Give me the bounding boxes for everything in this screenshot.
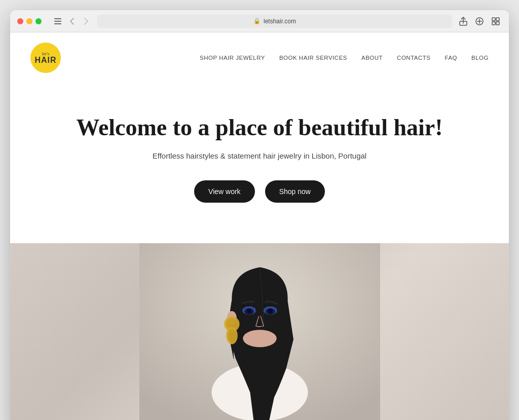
new-tab-icon[interactable] (473, 15, 486, 27)
nav-blog[interactable]: BLOG (471, 55, 489, 61)
browser-window: 🔒 letshair.com (10, 10, 509, 420)
shop-now-button[interactable]: Shop now (265, 180, 325, 203)
nav-about[interactable]: ABOUT (361, 55, 383, 61)
share-icon[interactable] (457, 15, 469, 27)
maximize-button[interactable] (35, 18, 42, 24)
browser-actions (457, 15, 502, 27)
svg-rect-5 (492, 18, 495, 21)
hero-title: Welcome to a place of beautiful hair! (57, 113, 462, 141)
nav-contacts[interactable]: CONTACTS (397, 55, 430, 61)
back-button[interactable] (66, 15, 78, 27)
view-work-button[interactable]: View work (194, 180, 255, 203)
browser-chrome: 🔒 letshair.com (10, 10, 509, 32)
hero-section: Welcome to a place of beautiful hair! Ef… (10, 83, 509, 243)
svg-rect-2 (54, 23, 61, 24)
url-text: letshair.com (264, 18, 296, 25)
grid-icon[interactable] (490, 15, 502, 27)
site-nav: SHOP HAIR JEWELRY BOOK HAIR SERVICES ABO… (200, 55, 489, 61)
nav-faq[interactable]: FAQ (445, 55, 458, 61)
address-bar[interactable]: 🔒 letshair.com (97, 15, 452, 28)
svg-rect-1 (54, 21, 61, 22)
logo-hair: HAIR (34, 56, 56, 64)
svg-point-21 (268, 309, 273, 314)
nav-shop-hair-jewelry[interactable]: SHOP HAIR JEWELRY (200, 55, 265, 61)
nav-buttons (52, 15, 92, 27)
hero-image-section (10, 243, 509, 420)
svg-rect-6 (496, 18, 499, 21)
site-header: let's HAIR SHOP HAIR JEWELRY BOOK HAIR S… (10, 32, 509, 83)
logo[interactable]: let's HAIR (30, 43, 61, 73)
nav-book-hair-services[interactable]: BOOK HAIR SERVICES (279, 55, 347, 61)
forward-button[interactable] (80, 15, 92, 27)
minimize-button[interactable] (26, 18, 32, 24)
svg-rect-7 (492, 22, 495, 25)
hero-buttons: View work Shop now (30, 180, 489, 203)
woman-figure (10, 243, 509, 420)
svg-point-25 (227, 329, 236, 342)
svg-rect-8 (496, 22, 499, 25)
hero-subtitle: Effortless hairstyles & statement hair j… (30, 151, 489, 160)
traffic-lights (17, 18, 42, 24)
svg-rect-0 (54, 18, 61, 19)
svg-point-18 (246, 309, 251, 314)
sidebar-toggle-icon[interactable] (52, 15, 64, 27)
website-content: let's HAIR SHOP HAIR JEWELRY BOOK HAIR S… (10, 32, 509, 420)
close-button[interactable] (17, 18, 23, 24)
lock-icon: 🔒 (253, 18, 261, 24)
svg-point-26 (243, 330, 277, 347)
